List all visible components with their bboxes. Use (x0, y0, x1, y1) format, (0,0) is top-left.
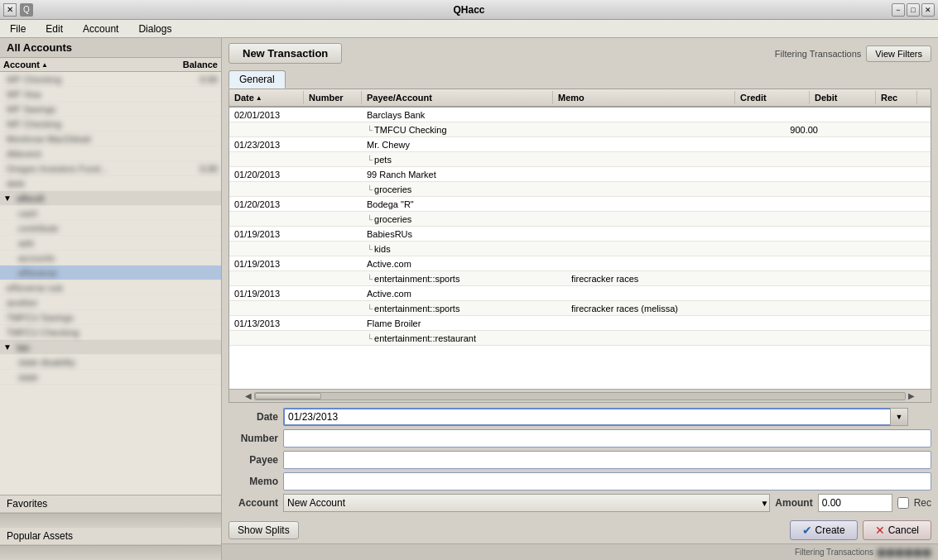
main-area: All Accounts Account ▲ Balance WF Checki… (0, 38, 938, 560)
account-select-wrapper: New Account ▼ (283, 494, 770, 512)
table-row[interactable]: 01/20/2013 99 Ranch Market (229, 167, 931, 182)
sidebar-account-name: WF Savings (3, 104, 160, 114)
tab-general[interactable]: General (228, 70, 286, 89)
menu-dialogs[interactable]: Dialogs (132, 22, 178, 36)
menu-account[interactable]: Account (76, 22, 125, 36)
sidebar-account-name: TMFCU Checking (3, 328, 160, 337)
sidebar-favorites[interactable]: Favorites (0, 495, 221, 513)
cell-sub-memo (566, 337, 748, 339)
cell-sub-date (229, 189, 304, 190)
create-button[interactable]: ✔ Create (790, 520, 858, 540)
table-row[interactable]: 01/19/2013 Active.com (229, 286, 931, 301)
new-transaction-button[interactable]: New Transaction (228, 43, 342, 64)
col-header-credit[interactable]: Credit (735, 91, 810, 104)
sidebar-row[interactable]: WF Checking (0, 117, 221, 132)
col-header-rec[interactable]: Rec (876, 91, 917, 104)
sidebar-row[interactable]: TMFCU Savings (0, 310, 221, 325)
table-row[interactable]: 01/13/2013 Flame Broiler (229, 316, 931, 331)
view-filters-button[interactable]: View Filters (866, 45, 931, 62)
show-splits-button[interactable]: Show Splits (228, 521, 299, 539)
cell-sub-memo: firecracker races (melissa) (566, 303, 748, 314)
col-header-date[interactable]: Date ▲ (229, 91, 304, 104)
cell-sub-number (304, 189, 362, 190)
sidebar-row[interactable]: cash (0, 206, 221, 221)
cell-sub-debit (823, 218, 889, 220)
date-input[interactable] (283, 408, 908, 426)
col-header-number[interactable]: Number (304, 91, 362, 104)
table-row[interactable]: 01/20/2013 Bodega "R" (229, 197, 931, 212)
sidebar-row[interactable]: ▼eResS (0, 191, 221, 206)
window-close-button2[interactable]: ✕ (921, 3, 935, 17)
scroll-track[interactable] (254, 392, 906, 400)
sidebar-row[interactable]: accounts (0, 251, 221, 266)
cell-number (304, 293, 362, 294)
sidebar-row[interactable]: Montrose MacGilead (0, 132, 221, 146)
table-subrow[interactable]: └entertainment::sports firecracker races (229, 271, 931, 286)
table-row[interactable]: 01/19/2013 BabiesRUs (229, 227, 931, 242)
cell-sub-rec (889, 159, 931, 160)
rec-label: Rec (914, 497, 931, 509)
sidebar-row[interactable]: WF Savings (0, 102, 221, 117)
cancel-button[interactable]: ✕ Cancel (863, 520, 931, 540)
window-minimize-button[interactable]: − (892, 3, 905, 17)
date-dropdown-button[interactable]: ▼ (890, 408, 908, 426)
sidebar-row[interactable]: Allievent (0, 146, 221, 161)
table-subrow[interactable]: └entertainment::sports firecracker races… (229, 301, 931, 316)
sidebar-row[interactable]: contribute (0, 221, 221, 236)
sidebar-row[interactable]: Oregon Investors Fund...0.00 (0, 161, 221, 176)
scroll-left-button[interactable]: ◀ (243, 391, 254, 400)
table-row[interactable]: 01/19/2013 Active.com (229, 256, 931, 271)
cell-sub-number (304, 159, 362, 160)
table-row[interactable]: 02/01/2013 Barclays Bank (229, 108, 931, 122)
cell-memo (566, 174, 748, 175)
sidebar-row[interactable]: TMFCU Checking (0, 325, 221, 340)
table-subrow[interactable]: └groceries (229, 212, 931, 227)
cell-credit (748, 174, 823, 175)
window-close-button[interactable]: ✕ (3, 3, 17, 17)
window-maximize-button[interactable]: □ (907, 3, 920, 17)
cell-sub-debit (823, 308, 889, 309)
sidebar-row[interactable]: WF Visa (0, 87, 221, 102)
scroll-thumb[interactable] (255, 393, 321, 400)
sidebar-row[interactable]: add (0, 236, 221, 251)
sidebar-row[interactable]: WF Checking0.00 (0, 72, 221, 87)
scroll-right-button[interactable]: ▶ (906, 391, 917, 400)
cell-memo (566, 144, 748, 146)
sidebar-row[interactable]: state (0, 370, 221, 385)
cell-credit (748, 203, 823, 205)
rec-checkbox[interactable] (897, 497, 909, 509)
table-subrow[interactable]: └pets (229, 152, 931, 167)
horizontal-scrollbar[interactable]: ◀ ▶ (229, 389, 931, 402)
account-select[interactable]: New Account (283, 494, 770, 512)
col-header-debit[interactable]: Debit (810, 91, 876, 104)
toolbar: New Transaction Filtering Transactions V… (222, 38, 938, 69)
memo-input[interactable] (283, 472, 931, 491)
cell-payee: Active.com (362, 288, 566, 299)
col-header-memo[interactable]: Memo (553, 91, 735, 104)
table-subrow[interactable]: └entertainment::restaurant (229, 331, 931, 346)
cell-rec (889, 174, 931, 175)
cell-rec (889, 323, 931, 324)
sidebar-row[interactable]: eReverse sub (0, 280, 221, 295)
cell-sub-credit (748, 248, 823, 250)
table-row[interactable]: 01/23/2013 Mr. Chewy (229, 137, 931, 152)
sidebar-row[interactable]: eReverse (0, 266, 221, 280)
amount-input[interactable] (818, 494, 892, 512)
menu-edit[interactable]: Edit (39, 22, 70, 36)
cell-date: 01/23/2013 (229, 139, 304, 151)
number-input[interactable] (283, 429, 931, 448)
col-header-payee[interactable]: Payee/Account (362, 91, 553, 104)
menu-file[interactable]: File (3, 22, 32, 36)
payee-input[interactable] (283, 451, 931, 469)
cell-sub-payee: └entertainment::sports (362, 273, 566, 285)
cell-sub-rec (889, 337, 931, 339)
table-subrow[interactable]: └groceries (229, 182, 931, 197)
sidebar-row[interactable]: debt (0, 176, 221, 191)
cell-credit (748, 144, 823, 146)
sidebar-popular-assets[interactable]: Popular Assets (0, 528, 221, 545)
table-subrow[interactable]: └kids (229, 242, 931, 256)
sidebar-row[interactable]: another (0, 295, 221, 310)
sidebar-row[interactable]: ▼tax (0, 340, 221, 355)
table-subrow[interactable]: └TMFCU Checking 900.00 (229, 122, 931, 137)
sidebar-row[interactable]: state disability (0, 355, 221, 370)
